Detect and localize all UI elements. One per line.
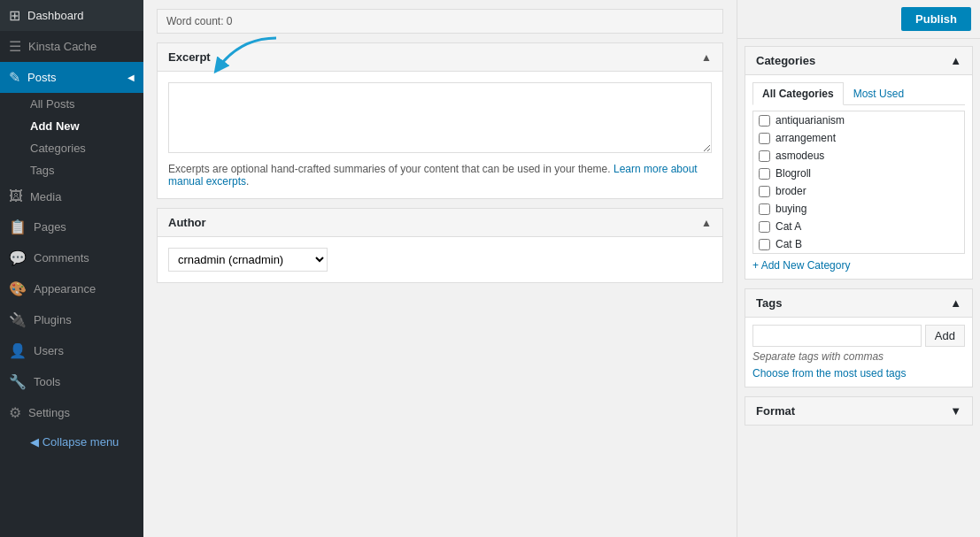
- category-item-arrangement: arrangement: [753, 129, 964, 147]
- category-checkbox-cat-a[interactable]: [759, 221, 770, 233]
- kinsta-cache-icon: ☰: [9, 38, 21, 55]
- pages-icon: 📋: [9, 219, 27, 235]
- sidebar-subitem-tags[interactable]: Tags: [0, 159, 143, 181]
- categories-toggle-icon: ▲: [950, 54, 961, 67]
- category-checkbox-arrangement[interactable]: [759, 133, 770, 144]
- sidebar-subitem-all-posts[interactable]: All Posts: [0, 93, 143, 115]
- sidebar-subitem-categories[interactable]: Categories: [0, 137, 143, 159]
- excerpt-header[interactable]: Excerpt ▲: [158, 43, 722, 72]
- category-item-cat-a: Cat A: [753, 218, 964, 235]
- sidebar-item-media[interactable]: 🖼 Media: [0, 181, 143, 211]
- add-category-link[interactable]: + Add New Category: [752, 259, 850, 272]
- sidebar-item-tools[interactable]: 🔧 Tools: [0, 366, 143, 397]
- excerpt-title: Excerpt: [168, 50, 211, 64]
- format-widget[interactable]: Format ▼: [745, 396, 973, 426]
- publish-button[interactable]: Publish: [901, 7, 971, 31]
- right-sidebar: Publish Categories ▲ All Categories Most…: [737, 0, 980, 537]
- sidebar-item-label: Settings: [28, 406, 70, 419]
- excerpt-section: Excerpt ▲ Excerpts are optional hand-cra…: [157, 42, 723, 199]
- tags-header[interactable]: Tags ▲: [745, 289, 972, 318]
- category-label-buying: buying: [776, 203, 806, 215]
- category-label-broder: broder: [776, 185, 806, 197]
- sidebar-item-label: Posts: [27, 71, 57, 84]
- category-item-buying: buying: [753, 200, 964, 218]
- excerpt-body: Excerpts are optional hand-crafted summa…: [158, 72, 722, 198]
- categories-tabs: All Categories Most Used: [752, 82, 965, 105]
- sidebar-item-posts[interactable]: ✎ Posts ◀: [0, 62, 143, 93]
- category-item-blogroll: Blogroll: [753, 165, 964, 182]
- category-checkbox-buying[interactable]: [759, 203, 770, 215]
- sidebar-item-label: Users: [34, 344, 64, 357]
- tags-most-used-link[interactable]: Choose from the most used tags: [752, 367, 906, 380]
- category-label-arrangement: arrangement: [776, 132, 836, 144]
- sidebar-item-plugins[interactable]: 🔌 Plugins: [0, 304, 143, 335]
- tags-hint: Separate tags with commas: [752, 350, 965, 363]
- tab-all-categories[interactable]: All Categories: [752, 82, 844, 105]
- category-label-blogroll: Blogroll: [776, 167, 811, 180]
- category-label-cat-a: Cat A: [776, 220, 801, 233]
- category-checkbox-asmodeus[interactable]: [759, 150, 770, 162]
- main-area: Word count: 0 Excerpt ▲: [143, 0, 980, 537]
- tools-icon: 🔧: [9, 373, 27, 390]
- tags-input-row: Add: [752, 325, 965, 347]
- excerpt-toggle-icon: ▲: [701, 51, 712, 64]
- editor-area: Word count: 0 Excerpt ▲: [143, 0, 737, 537]
- tab-most-used[interactable]: Most Used: [844, 82, 914, 105]
- publish-bar: Publish: [737, 0, 980, 39]
- comments-icon: 💬: [9, 249, 27, 266]
- posts-subitems: All Posts Add New Categories Tags: [0, 93, 143, 181]
- dashboard-icon: ⊞: [9, 7, 20, 24]
- sidebar-item-comments[interactable]: 💬 Comments: [0, 242, 143, 273]
- category-checkbox-cat-b[interactable]: [759, 239, 770, 250]
- author-section: Author ▲ crnadmin (crnadmin): [157, 208, 723, 283]
- sidebar-item-label: Media: [30, 190, 61, 203]
- excerpt-box: Excerpt ▲ Excerpts are optional hand-cra…: [157, 42, 723, 199]
- author-select[interactable]: crnadmin (crnadmin): [168, 248, 328, 272]
- category-label-asmodeus: asmodeus: [776, 150, 824, 162]
- sidebar-item-label: Tools: [34, 375, 60, 388]
- category-label-antiquarianism: antiquarianism: [776, 114, 845, 127]
- sidebar-item-users[interactable]: 👤 Users: [0, 335, 143, 366]
- excerpt-textarea[interactable]: [168, 82, 712, 153]
- plugins-icon: 🔌: [9, 311, 27, 328]
- posts-icon: ✎: [9, 69, 20, 86]
- category-item-asmodeus: asmodeus: [753, 147, 964, 165]
- sidebar-item-label: Kinsta Cache: [28, 40, 96, 53]
- tags-body: Add Separate tags with commas Choose fro…: [745, 318, 972, 387]
- excerpt-help-text: Excerpts are optional hand-crafted summa…: [168, 163, 611, 175]
- categories-widget: Categories ▲ All Categories Most Used: [745, 46, 973, 280]
- posts-arrow-icon: ◀: [127, 73, 135, 82]
- sidebar-item-label: Comments: [34, 251, 89, 265]
- category-item-broder: broder: [753, 182, 964, 200]
- category-checkbox-antiquarianism[interactable]: [759, 115, 770, 127]
- word-count-bar: Word count: 0: [157, 9, 723, 34]
- format-title: Format: [756, 404, 795, 418]
- excerpt-help: Excerpts are optional hand-crafted summa…: [168, 163, 712, 188]
- users-icon: 👤: [9, 342, 27, 359]
- sidebar-item-appearance[interactable]: 🎨 Appearance: [0, 273, 143, 304]
- sidebar-item-pages[interactable]: 📋 Pages: [0, 211, 143, 242]
- content-area: Word count: 0 Excerpt ▲: [143, 0, 980, 537]
- category-checkbox-blogroll[interactable]: [759, 168, 770, 180]
- format-toggle-icon: ▼: [950, 404, 961, 418]
- author-title: Author: [168, 216, 206, 229]
- collapse-arrow-icon: ◀: [30, 435, 42, 449]
- appearance-icon: 🎨: [9, 280, 27, 297]
- tags-input[interactable]: [752, 325, 922, 347]
- category-checkbox-broder[interactable]: [759, 186, 770, 197]
- sidebar: ⊞ Dashboard ☰ Kinsta Cache ✎ Posts ◀ All…: [0, 0, 143, 537]
- author-body: crnadmin (crnadmin): [158, 237, 722, 282]
- categories-list: antiquarianism arrangement asmodeus: [752, 111, 965, 254]
- author-header[interactable]: Author ▲: [158, 209, 722, 237]
- sidebar-subitem-add-new[interactable]: Add New: [0, 115, 143, 137]
- tags-add-button[interactable]: Add: [925, 325, 965, 347]
- category-item-cat-b: Cat B: [753, 235, 964, 253]
- settings-icon: ⚙: [9, 404, 21, 421]
- sidebar-item-dashboard[interactable]: ⊞ Dashboard: [0, 0, 143, 31]
- categories-body: All Categories Most Used antiquarianism: [745, 75, 972, 279]
- categories-header[interactable]: Categories ▲: [745, 47, 972, 75]
- media-icon: 🖼: [9, 188, 23, 204]
- collapse-menu[interactable]: ◀ Collapse menu: [0, 428, 143, 456]
- sidebar-item-settings[interactable]: ⚙ Settings: [0, 397, 143, 428]
- sidebar-item-kinsta-cache[interactable]: ☰ Kinsta Cache: [0, 31, 143, 62]
